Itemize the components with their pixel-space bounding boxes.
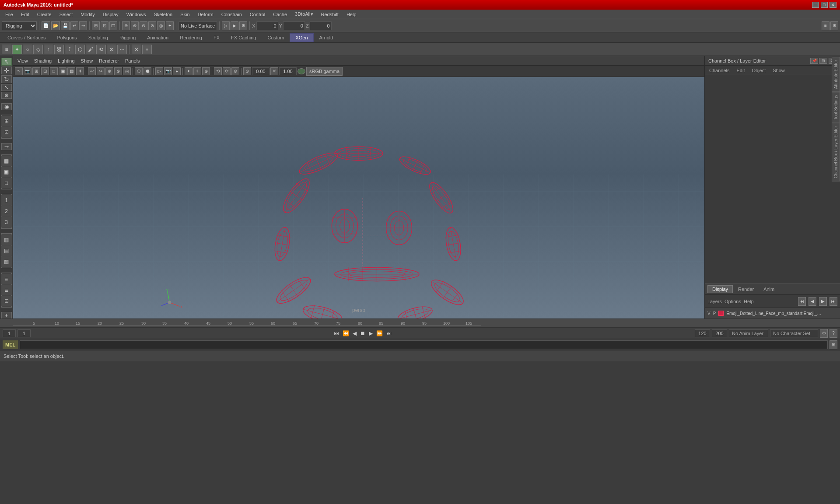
- undo-button[interactable]: ↩: [70, 21, 78, 30]
- lasso-button[interactable]: ⧠: [109, 21, 117, 30]
- vp-render-btn[interactable]: ▷: [155, 67, 163, 75]
- vp-color-btn[interactable]: [298, 68, 305, 74]
- save-file-button[interactable]: 💾: [61, 21, 70, 30]
- play-back-btn[interactable]: ◀: [351, 330, 358, 336]
- menu-cache[interactable]: Cache: [270, 11, 290, 18]
- minimize-button[interactable]: ─: [812, 2, 819, 8]
- channel-box-tab[interactable]: Channel Box / Layer Editor: [832, 123, 840, 182]
- snap-button[interactable]: ⊕: [122, 21, 130, 30]
- layers-btn[interactable]: Layers: [707, 299, 722, 304]
- cb-tab-channels[interactable]: Channels: [707, 67, 731, 74]
- menu-edit[interactable]: Edit: [18, 11, 33, 18]
- menu-select[interactable]: Select: [56, 11, 77, 18]
- snap5-button[interactable]: ◎: [157, 21, 165, 30]
- goto-end-btn[interactable]: ⏭: [385, 330, 393, 336]
- vp-menu-shading[interactable]: Shading: [32, 57, 54, 64]
- vp-snap-btn[interactable]: ⊕: [105, 67, 113, 75]
- numD-btn[interactable]: ≡: [1, 274, 12, 284]
- menu-windows[interactable]: Windows: [123, 11, 150, 18]
- settings-button[interactable]: ⚙: [830, 21, 838, 30]
- x-input[interactable]: [256, 21, 278, 30]
- vp-camera-btn[interactable]: 📷: [24, 67, 32, 75]
- soft-mod-btn[interactable]: ⊸: [1, 143, 12, 150]
- script-editor-btn[interactable]: ⊞: [830, 340, 837, 349]
- tab-rigging[interactable]: Rigging: [114, 33, 141, 42]
- gamma-select[interactable]: sRGB gamma: [306, 67, 343, 76]
- maximize-button[interactable]: □: [821, 2, 828, 8]
- menu-modify[interactable]: Modify: [77, 11, 98, 18]
- vp-multiply-btn[interactable]: ✕: [270, 67, 278, 75]
- smooth-btn[interactable]: ▣: [1, 167, 12, 177]
- vp-redo-btn[interactable]: ↪: [97, 67, 105, 75]
- current-frame-input[interactable]: [18, 329, 31, 337]
- menu-deform[interactable]: Deform: [194, 11, 217, 18]
- shelf-btn-star[interactable]: ✦: [12, 45, 22, 54]
- layer-item[interactable]: V P Emoji_Dotted_Line_Face_mb_standart:E…: [705, 308, 840, 318]
- shelf-btn-arrow[interactable]: ↑: [44, 45, 53, 54]
- vp-menu-renderer[interactable]: Renderer: [96, 57, 122, 64]
- layer-p-indicator[interactable]: P: [713, 311, 716, 316]
- move-tool-btn[interactable]: ✛: [1, 66, 12, 74]
- layer-nav2-btn[interactable]: ◀: [808, 297, 816, 306]
- shelf-btn-chain[interactable]: ⛓: [54, 45, 64, 54]
- vp-undo-btn[interactable]: ↩: [88, 67, 96, 75]
- vp-menu-show[interactable]: Show: [78, 57, 96, 64]
- numB-btn[interactable]: ▤: [1, 245, 12, 256]
- tab-fx-caching[interactable]: FX Caching: [225, 33, 262, 42]
- shelf-btn-ik[interactable]: ⤴: [65, 45, 74, 54]
- menu-control[interactable]: Control: [246, 11, 269, 18]
- snap2-button[interactable]: ⊗: [131, 21, 139, 30]
- shelf-btn-muscle[interactable]: ⟲: [96, 45, 106, 54]
- paint-sel-btn[interactable]: ◉: [1, 103, 12, 110]
- layer-nav4-btn[interactable]: ⏭: [830, 297, 837, 306]
- layer-v-indicator[interactable]: V: [707, 311, 710, 316]
- vp-poly-btn[interactable]: ⬡: [135, 67, 143, 75]
- numC-btn[interactable]: ▧: [1, 256, 12, 267]
- tab-sculpting[interactable]: Sculpting: [83, 33, 114, 42]
- snap-curve-btn[interactable]: ⊡: [1, 127, 12, 137]
- menu-redshift[interactable]: Redshift: [318, 11, 342, 18]
- menu-skeleton[interactable]: Skeleton: [150, 11, 176, 18]
- layer-nav3-btn[interactable]: ▶: [819, 297, 827, 306]
- vp-snapshot-btn[interactable]: 📷: [164, 67, 172, 75]
- z-input[interactable]: [310, 21, 332, 30]
- num1-btn[interactable]: 1: [1, 195, 12, 206]
- vp-light-btn[interactable]: ☀: [76, 67, 84, 75]
- attr-editor-tab[interactable]: Attribute Editor: [832, 57, 840, 92]
- vp-xray-btn[interactable]: ✦: [185, 67, 192, 75]
- vp-menu-view[interactable]: View: [15, 57, 31, 64]
- select-button[interactable]: ⊡: [101, 21, 108, 30]
- cb-pin-btn[interactable]: 📌: [810, 58, 818, 64]
- box-btn[interactable]: □: [1, 178, 12, 188]
- right-panel-toggle[interactable]: ≡: [822, 21, 830, 30]
- stop-btn[interactable]: ⏹: [359, 330, 367, 336]
- vp-menu-lighting[interactable]: Lighting: [55, 57, 77, 64]
- vp-val2-input[interactable]: [279, 67, 297, 75]
- menu-3dtoall[interactable]: 3DtoAll▾: [291, 10, 316, 18]
- snap4-button[interactable]: ⊘: [148, 21, 156, 30]
- tab-animation[interactable]: Animation: [141, 33, 174, 42]
- tab-polygons[interactable]: Polygons: [51, 33, 82, 42]
- vp-bones-btn[interactable]: ⊛: [202, 67, 210, 75]
- open-file-button[interactable]: 📂: [51, 21, 60, 30]
- options-btn[interactable]: Options: [724, 299, 741, 304]
- vp-paint-btn[interactable]: ⊘: [231, 67, 239, 75]
- shelf-btn-xgen2[interactable]: +: [142, 45, 152, 54]
- snap3-button[interactable]: ⊙: [140, 21, 147, 30]
- vp-hud-btn[interactable]: ▸: [173, 67, 181, 75]
- vp-menu-panels[interactable]: Panels: [122, 57, 143, 64]
- shelf-btn-1[interactable]: ≡: [2, 45, 11, 54]
- numF-btn[interactable]: ⊟: [1, 296, 12, 306]
- tab-rendering[interactable]: Rendering: [174, 33, 208, 42]
- shelf-btn-deform[interactable]: ⋯: [117, 45, 127, 54]
- disp-tab-display[interactable]: Display: [707, 285, 733, 293]
- add-btn[interactable]: +: [1, 312, 12, 318]
- vp-xray2-btn[interactable]: ✧: [193, 67, 201, 75]
- vp-deform2-btn[interactable]: ⟳: [223, 67, 231, 75]
- render-settings-button[interactable]: ⚙: [239, 21, 247, 30]
- tab-custom[interactable]: Custom: [262, 33, 290, 42]
- vp-deform-btn[interactable]: ⟲: [214, 67, 222, 75]
- vp-smooth-btn[interactable]: ▣: [59, 67, 66, 75]
- tab-xgen[interactable]: XGen: [290, 33, 313, 42]
- vp-filmstrip-btn[interactable]: ⊞: [32, 67, 40, 75]
